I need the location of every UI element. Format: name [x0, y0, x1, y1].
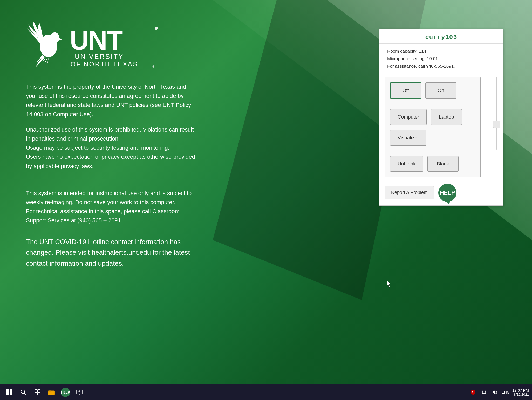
- policy-paragraph-2: Unauthorized use of this system is prohi…: [26, 125, 197, 171]
- svg-point-1: [50, 32, 59, 43]
- svg-point-16: [21, 390, 25, 394]
- section-divider: [26, 182, 197, 182]
- unt-logo-svg: UNT UNIVERSITY OF NORTH TEXAS ®: [26, 21, 171, 71]
- svg-text:®: ®: [153, 65, 155, 69]
- controls-box: Off On Computer Laptop Visualizer Unblan…: [385, 77, 481, 177]
- clock-time: 12:07 PM: [512, 388, 529, 392]
- taskbar: HELP !: [0, 384, 532, 400]
- notification-icon[interactable]: [480, 388, 488, 396]
- language-indicator[interactable]: ENG: [502, 390, 509, 394]
- unt-logo: UNT UNIVERSITY OF NORTH TEXAS ®: [26, 21, 197, 72]
- computer-button[interactable]: Computer: [390, 109, 427, 125]
- covid-notice: The UNT COVID-19 Hotline contact informa…: [26, 237, 197, 269]
- svg-line-17: [24, 393, 26, 395]
- svg-rect-20: [35, 392, 37, 395]
- volume-slider-area: [490, 74, 503, 180]
- room-capacity-line: Room capacity: 114: [387, 48, 495, 55]
- help-button[interactable]: HELP: [438, 184, 456, 202]
- controls-divider-2: [390, 151, 475, 151]
- off-button[interactable]: Off: [390, 82, 421, 99]
- policy-paragraph-1: This system is the property of the Unive…: [26, 82, 197, 119]
- task-view-button[interactable]: [31, 386, 44, 398]
- svg-marker-2: [59, 38, 62, 41]
- source-button-row: Computer Laptop: [390, 109, 475, 125]
- control-panel: curry103 Room capacity: 114 Microphone s…: [379, 29, 503, 206]
- file-explorer-button[interactable]: [45, 386, 58, 398]
- svg-rect-19: [38, 390, 40, 392]
- panel-info: Room capacity: 114 Microphone setting: 1…: [379, 44, 503, 74]
- panel-actions: Report A Problem HELP: [379, 180, 503, 205]
- svg-text:UNIVERSITY: UNIVERSITY: [75, 53, 124, 60]
- remote-app-button[interactable]: [73, 386, 86, 398]
- svg-rect-15: [10, 392, 12, 395]
- unblank-button[interactable]: Unblank: [390, 156, 423, 172]
- panel-controls-with-slider: Off On Computer Laptop Visualizer Unblan…: [379, 74, 503, 180]
- laptop-button[interactable]: Laptop: [431, 109, 462, 125]
- svg-text:!: !: [472, 391, 473, 394]
- search-button[interactable]: [17, 386, 30, 398]
- panel-title: curry103: [385, 34, 498, 41]
- svg-text:OF NORTH TEXAS: OF NORTH TEXAS: [71, 60, 138, 68]
- svg-text:UNT: UNT: [70, 26, 123, 55]
- start-button[interactable]: [3, 386, 16, 398]
- svg-rect-21: [38, 392, 40, 395]
- system-clock[interactable]: 12:07 PM 8/16/2021: [512, 388, 529, 396]
- blank-button[interactable]: Blank: [427, 156, 459, 172]
- left-content-area: UNT UNIVERSITY OF NORTH TEXAS ® This sys…: [0, 0, 213, 384]
- assistance-line: For assistance, call 940-565-2691.: [387, 63, 495, 70]
- slider-track[interactable]: [496, 77, 497, 150]
- visualizer-button-row: Visualizer: [390, 130, 475, 146]
- svg-rect-12: [6, 389, 9, 392]
- blank-button-row: Unblank Blank: [390, 156, 475, 172]
- visualizer-button[interactable]: Visualizer: [390, 130, 426, 146]
- slider-thumb[interactable]: [493, 121, 500, 128]
- svg-rect-18: [35, 390, 37, 392]
- panel-header: curry103: [379, 29, 503, 44]
- microphone-line: Microphone setting: 19 01: [387, 55, 495, 63]
- policy-paragraph-3: This system is intended for instructiona…: [26, 189, 197, 225]
- report-problem-button[interactable]: Report A Problem: [385, 186, 434, 199]
- svg-point-7: [155, 27, 158, 30]
- help-taskbar-button[interactable]: HELP: [59, 386, 72, 398]
- defender-icon[interactable]: !: [469, 388, 477, 396]
- taskbar-right: ! ENG 12:07 PM 8/16/2021: [469, 388, 529, 396]
- controls-divider-1: [390, 104, 475, 104]
- svg-marker-29: [493, 390, 495, 394]
- clock-date: 8/16/2021: [512, 392, 529, 396]
- on-button[interactable]: On: [425, 82, 456, 99]
- help-taskbar-icon: HELP: [61, 388, 70, 397]
- svg-rect-14: [6, 392, 9, 395]
- volume-icon[interactable]: [491, 388, 499, 396]
- taskbar-left: HELP: [3, 386, 86, 398]
- power-button-row: Off On: [390, 82, 475, 99]
- svg-rect-13: [10, 389, 12, 392]
